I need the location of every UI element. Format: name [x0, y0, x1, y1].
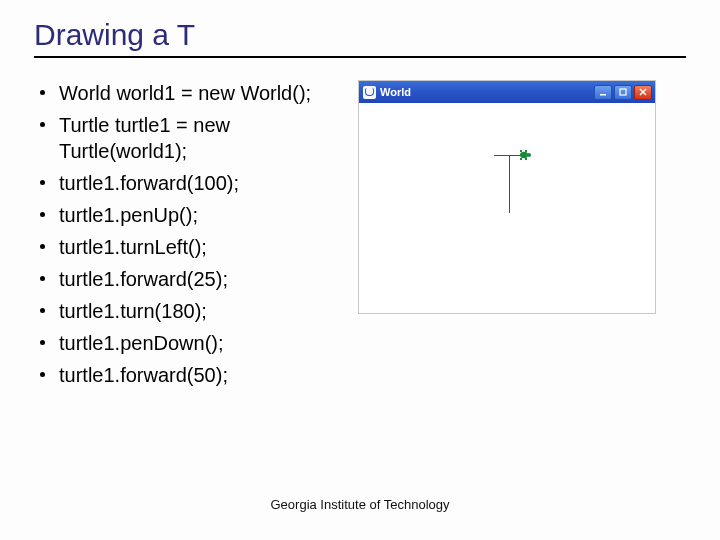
bullet-text: Turtle turtle1 = new Turtle(world1); [59, 112, 344, 164]
list-item: turtle1.forward(25); [40, 266, 344, 292]
bullet-list: World world1 = new World(); Turtle turtl… [34, 80, 344, 394]
list-item: Turtle turtle1 = new Turtle(world1); [40, 112, 344, 164]
bullet-text: turtle1.penUp(); [59, 202, 344, 228]
svg-rect-0 [600, 94, 606, 96]
maximize-icon [619, 88, 627, 96]
maximize-button[interactable] [614, 85, 632, 100]
svg-point-4 [520, 152, 528, 158]
bullet-dot-icon [40, 308, 45, 313]
bullet-dot-icon [40, 122, 45, 127]
world-window: World [358, 80, 656, 314]
bullet-text: turtle1.forward(100); [59, 170, 344, 196]
window-titlebar[interactable]: World [359, 81, 655, 103]
bullet-dot-icon [40, 212, 45, 217]
slide: Drawing a T World world1 = new World(); … [0, 0, 720, 394]
window-controls [594, 85, 652, 100]
title-underline [34, 56, 686, 58]
svg-rect-6 [520, 150, 522, 152]
close-button[interactable] [634, 85, 652, 100]
minimize-icon [599, 88, 607, 96]
bullet-text: turtle1.forward(50); [59, 362, 344, 388]
close-icon [639, 88, 647, 96]
slide-title: Drawing a T [34, 18, 686, 54]
bullet-text: turtle1.forward(25); [59, 266, 344, 292]
java-cup-icon [363, 86, 376, 99]
list-item: turtle1.penDown(); [40, 330, 344, 356]
drawn-line-vertical [509, 155, 510, 213]
bullet-dot-icon [40, 180, 45, 185]
bullet-text: World world1 = new World(); [59, 80, 344, 106]
footer-text: Georgia Institute of Technology [0, 497, 720, 512]
content-row: World world1 = new World(); Turtle turtl… [34, 80, 686, 394]
bullet-dot-icon [40, 372, 45, 377]
list-item: World world1 = new World(); [40, 80, 344, 106]
minimize-button[interactable] [594, 85, 612, 100]
list-item: turtle1.forward(50); [40, 362, 344, 388]
list-item: turtle1.forward(100); [40, 170, 344, 196]
list-item: turtle1.turnLeft(); [40, 234, 344, 260]
bullet-dot-icon [40, 276, 45, 281]
turtle-icon [518, 149, 532, 161]
bullet-dot-icon [40, 340, 45, 345]
svg-rect-1 [620, 89, 626, 95]
bullet-text: turtle1.turnLeft(); [59, 234, 344, 260]
svg-rect-9 [525, 158, 527, 160]
list-item: turtle1.turn(180); [40, 298, 344, 324]
bullet-dot-icon [40, 244, 45, 249]
world-canvas [359, 103, 655, 313]
bullet-dot-icon [40, 90, 45, 95]
svg-point-5 [527, 153, 531, 157]
svg-rect-8 [520, 158, 522, 160]
svg-rect-7 [525, 150, 527, 152]
bullet-text: turtle1.turn(180); [59, 298, 344, 324]
list-item: turtle1.penUp(); [40, 202, 344, 228]
bullet-text: turtle1.penDown(); [59, 330, 344, 356]
window-title: World [380, 86, 594, 98]
